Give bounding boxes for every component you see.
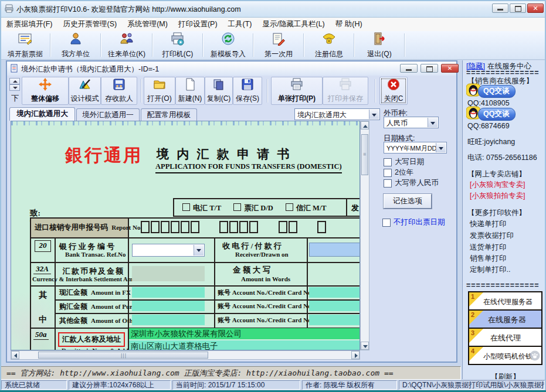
exit-icon [372,32,386,48]
form-canvas[interactable]: 銀行通用 境 内 汇 款 申 请 书 APPLICATION FOR FUNDS… [11,121,360,350]
invoice-print-link[interactable]: 发票收据打印 [470,231,514,241]
currency-select[interactable]: 人民币 [384,117,439,128]
qq-chat-button-2[interactable]: QQ交谈 [466,107,516,121]
menu-toggle-toolbar[interactable]: 显示/隐藏工具栏(L) [257,18,330,31]
wangwang-contact: 旺旺:joyichang [467,137,515,147]
qq-chat-button-1[interactable]: QQ交谈 [466,84,516,98]
save-button[interactable]: 保存(S) [233,77,262,105]
first-use-button[interactable]: 第一次用 [255,31,303,59]
sales-print-link[interactable]: 销售单打印 [470,254,507,264]
template-select[interactable]: 境内汇款通用大 [294,108,380,120]
remitter-name-input[interactable]: 深圳市小灰狼软件发展有限公司 [129,328,360,339]
more-software-header: 【更多打印软件】 [467,208,526,218]
offset-nudge-control[interactable]: 下 [9,78,21,104]
scroll-up-button[interactable] [361,121,369,129]
first-use-icon [272,32,286,48]
form-horizontal-scrollbar[interactable]: ||| [11,350,360,360]
document-title-bar: 境外汇款申请书（境内汇款通用大）-ID=-1 ✕ [7,62,456,76]
list-item-selected[interactable]: 2 在线服务器 [469,311,541,329]
fx-amount-input[interactable] [132,287,205,298]
open-folder-icon [153,78,166,93]
close-button[interactable]: ✕ [527,4,544,13]
tab-foreign-one[interactable]: 境外汇款通用一 [76,108,140,121]
express-print-link[interactable]: 快递单打印 [470,219,507,229]
date-format-select[interactable]: YYYY年MM月DD日 [384,142,447,154]
purchase-account-input[interactable] [309,301,360,311]
chevron-down-icon[interactable] [428,118,438,127]
partners-button[interactable]: 往来单位(K) [102,31,151,59]
scroll-right-button[interactable] [351,351,360,359]
two-digit-year-checkbox[interactable]: 2位年 [384,168,413,178]
list-item[interactable]: 3 在线代理 [469,329,541,347]
remember-options-button[interactable]: 记住选项 [384,194,432,209]
menu-help[interactable]: 帮 助(H) [330,18,368,31]
scroll-down-button[interactable] [361,342,369,350]
doc-close-button[interactable]: ✕ [441,64,459,73]
close-doc-button[interactable]: 关闭C [379,77,408,105]
status-ready: 系统已就绪 [1,380,67,390]
custom-print-link[interactable]: 定制单打印.. [470,265,510,275]
new-button[interactable]: 新建(N) [175,77,205,105]
maximize-button[interactable] [510,4,526,13]
menu-system[interactable]: 系统管理(M) [122,18,173,31]
caps-date-checkbox[interactable]: 大写日期 [384,157,424,167]
minimize-button[interactable] [492,4,508,13]
refresh-link[interactable]: 【刷新】 [491,372,520,379]
list-item[interactable]: 1 在线代理服务器 [469,292,541,311]
scroll-left-button[interactable] [11,351,19,359]
register-info-icon [321,32,337,48]
other-account-input[interactable] [309,315,360,325]
template-import-button[interactable]: 新模板导入 [204,31,252,59]
no-print-date-checkbox[interactable]: 不打印出票日期 [382,217,445,227]
tt-checkbox-3[interactable] [286,203,293,211]
nudge-label: 下 [11,93,21,104]
nudge-down-button[interactable] [9,84,20,91]
horizontal-scroll-thumb[interactable]: ||| [38,352,208,359]
settlement-amount-input[interactable] [132,266,205,281]
doc-minimize-button[interactable] [400,64,418,73]
menu-tools[interactable]: 工具(T) [223,18,257,31]
menu-history[interactable]: 历史开票管理(S) [57,18,122,31]
partners-icon [120,32,134,48]
my-company-button[interactable]: 我方单位 [52,31,100,59]
caps-rmb-checkbox[interactable]: 大写带人民币 [384,178,439,188]
open-button[interactable]: 打开(O) [144,77,175,105]
doc-restore-button[interactable] [420,64,438,73]
printer-button[interactable]: 打印机(C) [154,31,202,59]
receiver-input[interactable] [309,243,360,257]
tt-checkbox-2[interactable] [233,203,241,211]
bank-generic-stamp: 銀行通用 [65,144,143,168]
vertical-scroll-thumb[interactable]: ≡ [361,134,368,175]
menu-new-ticket[interactable]: 新票据填开(F) [1,18,57,31]
chevron-down-icon[interactable] [436,143,446,152]
tt-checkbox-1[interactable] [182,203,190,211]
form-vertical-scrollbar[interactable]: ≡ [360,121,369,350]
delivery-print-link[interactable]: 送货单打印 [470,243,507,253]
report-no-label: 进口核销专用申报号码 Report No. [35,223,142,233]
chevron-down-icon[interactable] [194,245,204,255]
fx-account-input[interactable] [309,287,360,298]
hot-topics-list: 1 在线代理服务器 2 在线服务器 3 在线代理 4 小型喷码机价钱 [468,291,542,365]
move-icon [39,78,52,93]
copy-button[interactable]: 复制(C) [205,77,233,105]
register-info-button[interactable]: 注册信息 [305,31,353,59]
other-amount-input[interactable] [132,315,205,325]
save-payee-button[interactable]: 存收款人 [101,77,137,105]
tab-domestic-large[interactable]: 境内汇款通用大 [9,107,75,121]
chevron-down-icon[interactable] [369,110,379,119]
paipai-shop-link[interactable]: [小灰狼拍拍专卖] [470,191,525,201]
overall-offset-button[interactable]: 整体偏移 [22,77,69,105]
bank-ref-select[interactable] [132,244,205,257]
fill-new-ticket-button[interactable]: 填开新票据 [1,31,49,59]
close-circle-icon [387,78,400,93]
purchase-amount-input[interactable] [132,301,205,311]
design-mode-button[interactable]: 设计模式 [69,77,101,105]
remitter-address-input[interactable]: 南山区南山大道赛格电子 [129,340,360,350]
menu-print-settings[interactable]: 打印设置(P) [173,18,223,31]
taobao-shop-link[interactable]: [小灰狼淘宝专卖] [470,180,525,190]
nudge-up-button[interactable] [9,78,20,84]
print-single-button[interactable]: 单张打印(P) [271,77,323,105]
list-item[interactable]: 4 小型喷码机价钱 [469,347,541,364]
tab-configure-templates[interactable]: 配置常用模板 [141,108,197,121]
exit-button[interactable]: 退出(Q) [355,31,403,59]
